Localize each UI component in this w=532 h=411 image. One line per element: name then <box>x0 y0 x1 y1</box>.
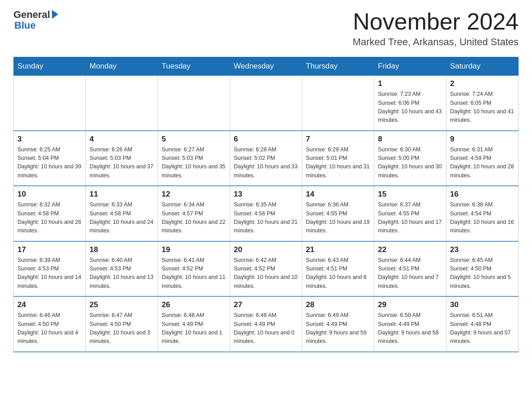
title-section: November 2024 Marked Tree, Arkansas, Uni… <box>352 9 519 48</box>
calendar-cell: 23Sunrise: 6:45 AM Sunset: 4:50 PM Dayli… <box>446 241 519 297</box>
calendar-cell: 5Sunrise: 6:27 AM Sunset: 5:03 PM Daylig… <box>158 131 230 186</box>
calendar-cell: 4Sunrise: 6:26 AM Sunset: 5:03 PM Daylig… <box>86 131 158 186</box>
calendar-cell: 17Sunrise: 6:39 AM Sunset: 4:53 PM Dayli… <box>14 241 86 297</box>
day-header-friday: Friday <box>374 57 446 76</box>
day-header-sunday: Sunday <box>14 57 86 76</box>
day-header-thursday: Thursday <box>302 57 374 76</box>
day-info: Sunrise: 6:45 AM Sunset: 4:50 PM Dayligh… <box>450 256 515 291</box>
day-info: Sunrise: 6:32 AM Sunset: 4:58 PM Dayligh… <box>17 201 82 235</box>
calendar-cell: 27Sunrise: 6:48 AM Sunset: 4:49 PM Dayli… <box>230 296 302 352</box>
calendar-cell: 30Sunrise: 6:51 AM Sunset: 4:48 PM Dayli… <box>446 296 519 352</box>
day-number: 11 <box>90 190 154 199</box>
calendar-cell: 10Sunrise: 6:32 AM Sunset: 4:58 PM Dayli… <box>14 186 86 241</box>
logo: General Blue <box>13 9 58 31</box>
day-number: 26 <box>162 300 226 309</box>
day-number: 12 <box>162 190 226 199</box>
day-info: Sunrise: 6:35 AM Sunset: 4:56 PM Dayligh… <box>234 201 298 235</box>
month-title: November 2024 <box>352 9 519 34</box>
day-info: Sunrise: 6:39 AM Sunset: 4:53 PM Dayligh… <box>17 256 82 291</box>
day-number: 14 <box>306 190 370 199</box>
day-info: Sunrise: 6:41 AM Sunset: 4:52 PM Dayligh… <box>162 256 226 291</box>
calendar-cell: 7Sunrise: 6:29 AM Sunset: 5:01 PM Daylig… <box>302 131 374 186</box>
calendar-cell: 26Sunrise: 6:48 AM Sunset: 4:49 PM Dayli… <box>158 296 230 352</box>
day-number: 25 <box>90 300 154 309</box>
day-info: Sunrise: 7:23 AM Sunset: 6:06 PM Dayligh… <box>378 90 442 125</box>
day-number: 29 <box>378 300 442 309</box>
page-header: General Blue November 2024 Marked Tree, … <box>13 9 519 48</box>
calendar-cell: 12Sunrise: 6:34 AM Sunset: 4:57 PM Dayli… <box>158 186 230 241</box>
calendar-cell: 13Sunrise: 6:35 AM Sunset: 4:56 PM Dayli… <box>230 186 302 241</box>
day-number: 5 <box>162 135 226 144</box>
calendar-cell: 6Sunrise: 6:28 AM Sunset: 5:02 PM Daylig… <box>230 131 302 186</box>
day-number: 3 <box>17 135 82 144</box>
day-info: Sunrise: 6:31 AM Sunset: 4:59 PM Dayligh… <box>450 146 515 180</box>
day-number: 21 <box>306 245 370 254</box>
day-info: Sunrise: 6:40 AM Sunset: 4:53 PM Dayligh… <box>90 256 154 291</box>
calendar-cell <box>14 76 86 131</box>
calendar-cell: 11Sunrise: 6:33 AM Sunset: 4:58 PM Dayli… <box>86 186 158 241</box>
day-number: 19 <box>162 245 226 254</box>
calendar-cell: 24Sunrise: 6:46 AM Sunset: 4:50 PM Dayli… <box>14 296 86 352</box>
calendar-cell <box>302 76 374 131</box>
day-number: 22 <box>378 245 442 254</box>
calendar-cell: 29Sunrise: 6:50 AM Sunset: 4:49 PM Dayli… <box>374 296 446 352</box>
day-info: Sunrise: 6:51 AM Sunset: 4:48 PM Dayligh… <box>450 311 515 346</box>
calendar-table: SundayMondayTuesdayWednesdayThursdayFrid… <box>13 57 519 352</box>
day-info: Sunrise: 6:27 AM Sunset: 5:03 PM Dayligh… <box>162 146 226 180</box>
day-info: Sunrise: 7:24 AM Sunset: 6:05 PM Dayligh… <box>450 90 515 125</box>
day-number: 27 <box>234 300 298 309</box>
calendar-cell: 18Sunrise: 6:40 AM Sunset: 4:53 PM Dayli… <box>86 241 158 297</box>
day-number: 7 <box>306 135 370 144</box>
calendar-cell: 20Sunrise: 6:42 AM Sunset: 4:52 PM Dayli… <box>230 241 302 297</box>
logo-general-text: General <box>13 9 50 21</box>
calendar-week-row: 24Sunrise: 6:46 AM Sunset: 4:50 PM Dayli… <box>14 296 519 352</box>
day-info: Sunrise: 6:48 AM Sunset: 4:49 PM Dayligh… <box>234 311 298 346</box>
day-info: Sunrise: 6:47 AM Sunset: 4:50 PM Dayligh… <box>90 311 154 346</box>
calendar-cell: 1Sunrise: 7:23 AM Sunset: 6:06 PM Daylig… <box>374 76 446 131</box>
calendar-week-row: 1Sunrise: 7:23 AM Sunset: 6:06 PM Daylig… <box>14 76 519 131</box>
day-number: 1 <box>378 79 442 88</box>
day-number: 24 <box>17 300 82 309</box>
day-header-monday: Monday <box>86 57 158 76</box>
location-subtitle: Marked Tree, Arkansas, United States <box>352 36 519 48</box>
day-info: Sunrise: 6:25 AM Sunset: 5:04 PM Dayligh… <box>17 146 82 180</box>
day-info: Sunrise: 6:26 AM Sunset: 5:03 PM Dayligh… <box>90 146 154 180</box>
calendar-week-row: 3Sunrise: 6:25 AM Sunset: 5:04 PM Daylig… <box>14 131 519 186</box>
day-info: Sunrise: 6:33 AM Sunset: 4:58 PM Dayligh… <box>90 201 154 235</box>
calendar-cell: 15Sunrise: 6:37 AM Sunset: 4:55 PM Dayli… <box>374 186 446 241</box>
day-info: Sunrise: 6:37 AM Sunset: 4:55 PM Dayligh… <box>378 201 442 235</box>
calendar-week-row: 10Sunrise: 6:32 AM Sunset: 4:58 PM Dayli… <box>14 186 519 241</box>
day-number: 17 <box>17 245 82 254</box>
calendar-cell: 28Sunrise: 6:49 AM Sunset: 4:49 PM Dayli… <box>302 296 374 352</box>
day-info: Sunrise: 6:36 AM Sunset: 4:55 PM Dayligh… <box>306 201 370 235</box>
calendar-cell: 8Sunrise: 6:30 AM Sunset: 5:00 PM Daylig… <box>374 131 446 186</box>
day-number: 15 <box>378 190 442 199</box>
calendar-week-row: 17Sunrise: 6:39 AM Sunset: 4:53 PM Dayli… <box>14 241 519 297</box>
calendar-cell: 21Sunrise: 6:43 AM Sunset: 4:51 PM Dayli… <box>302 241 374 297</box>
day-number: 28 <box>306 300 370 309</box>
day-number: 16 <box>450 190 515 199</box>
calendar-cell: 9Sunrise: 6:31 AM Sunset: 4:59 PM Daylig… <box>446 131 519 186</box>
day-number: 9 <box>450 135 515 144</box>
calendar-cell: 19Sunrise: 6:41 AM Sunset: 4:52 PM Dayli… <box>158 241 230 297</box>
calendar-cell <box>86 76 158 131</box>
calendar-cell: 16Sunrise: 6:38 AM Sunset: 4:54 PM Dayli… <box>446 186 519 241</box>
day-number: 23 <box>450 245 515 254</box>
day-info: Sunrise: 6:30 AM Sunset: 5:00 PM Dayligh… <box>378 146 442 180</box>
calendar-cell: 14Sunrise: 6:36 AM Sunset: 4:55 PM Dayli… <box>302 186 374 241</box>
day-info: Sunrise: 6:42 AM Sunset: 4:52 PM Dayligh… <box>234 256 298 291</box>
day-number: 6 <box>234 135 298 144</box>
day-header-saturday: Saturday <box>446 57 519 76</box>
day-number: 13 <box>234 190 298 199</box>
calendar-cell <box>158 76 230 131</box>
calendar-cell <box>230 76 302 131</box>
calendar-cell: 2Sunrise: 7:24 AM Sunset: 6:05 PM Daylig… <box>446 76 519 131</box>
day-number: 4 <box>90 135 154 144</box>
day-number: 2 <box>450 79 515 88</box>
day-info: Sunrise: 6:49 AM Sunset: 4:49 PM Dayligh… <box>306 311 370 346</box>
day-info: Sunrise: 6:34 AM Sunset: 4:57 PM Dayligh… <box>162 201 226 235</box>
day-number: 20 <box>234 245 298 254</box>
calendar-header-row: SundayMondayTuesdayWednesdayThursdayFrid… <box>14 57 519 76</box>
logo-blue-text: Blue <box>14 20 36 31</box>
calendar-cell: 25Sunrise: 6:47 AM Sunset: 4:50 PM Dayli… <box>86 296 158 352</box>
